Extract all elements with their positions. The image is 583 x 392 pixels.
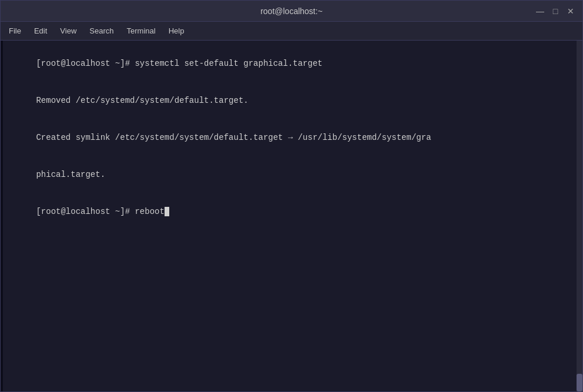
window-title: root@localhost:~ [260, 6, 323, 16]
terminal-body[interactable]: [root@localhost ~]# systemctl set-defaul… [1, 41, 582, 391]
menu-edit[interactable]: Edit [28, 24, 53, 38]
title-bar: root@localhost:~ — □ ✕ [1, 1, 582, 22]
maximize-button[interactable]: □ [548, 4, 562, 18]
scrollbar[interactable] [577, 41, 582, 391]
menu-file[interactable]: File [3, 24, 27, 38]
command-1: systemctl set-default graphical.target [135, 59, 322, 68]
minimize-button[interactable]: — [533, 4, 547, 18]
menu-help[interactable]: Help [163, 24, 190, 38]
output-1: Removed /etc/systemd/system/default.targ… [36, 96, 248, 105]
prompt-2: [root@localhost ~]# [36, 207, 135, 216]
scrollbar-thumb[interactable] [577, 374, 582, 391]
menu-view[interactable]: View [54, 24, 82, 38]
output-3: phical.target. [36, 170, 105, 179]
terminal-content: [root@localhost ~]# systemctl set-defaul… [6, 45, 577, 230]
close-button[interactable]: ✕ [564, 4, 578, 18]
left-edge [1, 41, 3, 391]
output-2: Created symlink /etc/systemd/system/defa… [36, 133, 431, 142]
command-2: reboot [135, 207, 164, 216]
prompt-1: [root@localhost ~]# [36, 59, 135, 68]
window-controls: — □ ✕ [533, 4, 578, 18]
menu-terminal[interactable]: Terminal [121, 24, 162, 38]
terminal-window: root@localhost:~ — □ ✕ File Edit View Se… [0, 0, 583, 392]
menu-search[interactable]: Search [83, 24, 119, 38]
cursor [165, 207, 169, 216]
menu-bar: File Edit View Search Terminal Help [1, 22, 582, 41]
